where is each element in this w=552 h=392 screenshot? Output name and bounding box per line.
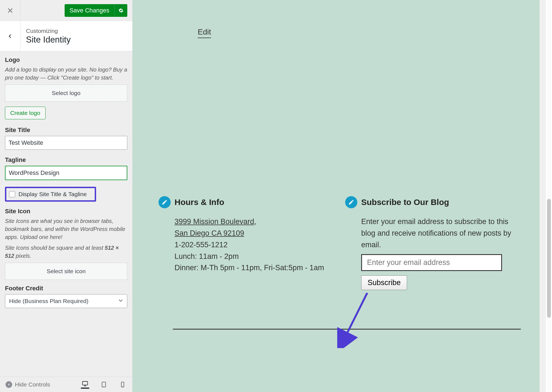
edit-shortcut-button[interactable]: Edit — [198, 28, 211, 38]
save-button-group: Save Changes — [65, 4, 127, 17]
scrollbar-thumb[interactable] — [547, 199, 551, 318]
save-button[interactable]: Save Changes — [65, 4, 114, 17]
footer-credit-value: Hide (Business Plan Required) — [9, 298, 88, 304]
bottombar: Hide Controls — [0, 377, 132, 392]
device-tablet-button[interactable] — [100, 380, 108, 389]
site-icon-help1: Site Icons are what you see in browser t… — [5, 217, 127, 241]
site-title-input[interactable] — [5, 136, 127, 150]
hide-controls-button[interactable]: Hide Controls — [6, 381, 76, 388]
tablet-icon — [101, 382, 107, 388]
display-title-tagline-checkbox[interactable] — [9, 191, 15, 197]
subscribe-title: Subscribe to Our Blog — [361, 198, 449, 207]
chevron-left-icon — [8, 34, 13, 39]
subscribe-desc: Enter your email address to subscribe to… — [361, 217, 511, 249]
device-switcher — [81, 380, 127, 389]
svg-point-4 — [122, 386, 123, 386]
footer-credit-label: Footer Credit — [5, 285, 127, 292]
lunch-hours: Lunch: 11am - 2pm — [175, 252, 239, 261]
preview-pane: Edit Hours & Info 3999 Mission Boulevard… — [133, 0, 540, 392]
topbar: Save Changes — [0, 0, 132, 21]
subscribe-email-input[interactable] — [361, 254, 502, 271]
select-logo-button[interactable]: Select logo — [5, 85, 127, 102]
header-subtitle: Customizing — [26, 28, 71, 34]
create-logo-button[interactable]: Create logo — [5, 107, 46, 119]
annotation-arrow — [337, 293, 376, 348]
pencil-icon — [348, 199, 354, 205]
panel-header: Customizing Site Identity — [0, 21, 132, 51]
pencil-icon — [162, 199, 168, 205]
site-title-label: Site Title — [5, 127, 127, 134]
gear-icon — [118, 8, 123, 13]
edit-shortcut-icon[interactable] — [159, 196, 171, 208]
select-site-icon-button[interactable]: Select site icon — [5, 263, 127, 280]
page-scrollbar[interactable] — [546, 0, 552, 392]
svg-point-2 — [104, 386, 104, 386]
phone: 1-202-555-1212 — [175, 241, 228, 249]
footer-credit-select[interactable]: Hide (Business Plan Required) — [5, 294, 127, 308]
hours-title: Hours & Info — [175, 198, 224, 207]
collapse-left-icon — [6, 381, 12, 388]
panel-body: Logo Add a logo to display on your site.… — [0, 51, 132, 377]
site-icon-help2: Site Icons should be square and at least… — [5, 244, 127, 260]
tagline-label: Tagline — [5, 156, 127, 164]
mobile-icon — [120, 382, 126, 388]
panel-title: Site Identity — [26, 35, 71, 45]
logo-label: Logo — [5, 56, 127, 64]
device-desktop-button[interactable] — [81, 380, 89, 389]
edit-shortcut-icon[interactable] — [345, 196, 357, 208]
site-icon-label: Site Icon — [5, 208, 127, 215]
address-line1[interactable]: 3999 Mission Boulevard, — [175, 217, 256, 226]
desktop-icon — [82, 381, 88, 387]
customizer-sidebar: Save Changes Customizing Site Identity L… — [0, 0, 133, 392]
save-settings-button[interactable] — [114, 4, 127, 17]
display-title-tagline-toggle[interactable]: Display Site Title & Tagline — [5, 187, 96, 202]
svg-line-5 — [342, 293, 367, 343]
chevron-down-icon — [118, 298, 123, 304]
close-icon — [7, 7, 13, 14]
subscribe-button[interactable]: Subscribe — [361, 275, 407, 290]
hours-info-widget: Hours & Info 3999 Mission Boulevard, San… — [159, 196, 334, 290]
display-title-tagline-label: Display Site Title & Tagline — [19, 191, 87, 198]
address-line2[interactable]: San Diego CA 92109 — [175, 229, 244, 237]
logo-help: Add a logo to display on your site. No l… — [5, 66, 127, 82]
tagline-input[interactable] — [5, 166, 127, 180]
device-mobile-button[interactable] — [118, 380, 127, 389]
content-separator — [173, 329, 521, 330]
dinner-hours: Dinner: M-Th 5pm - 11pm, Fri-Sat:5pm - 1… — [175, 264, 324, 272]
svg-rect-0 — [83, 381, 88, 385]
subscribe-widget: Subscribe to Our Blog Enter your email a… — [345, 196, 521, 290]
close-button[interactable] — [0, 0, 20, 21]
back-button[interactable] — [0, 21, 20, 51]
